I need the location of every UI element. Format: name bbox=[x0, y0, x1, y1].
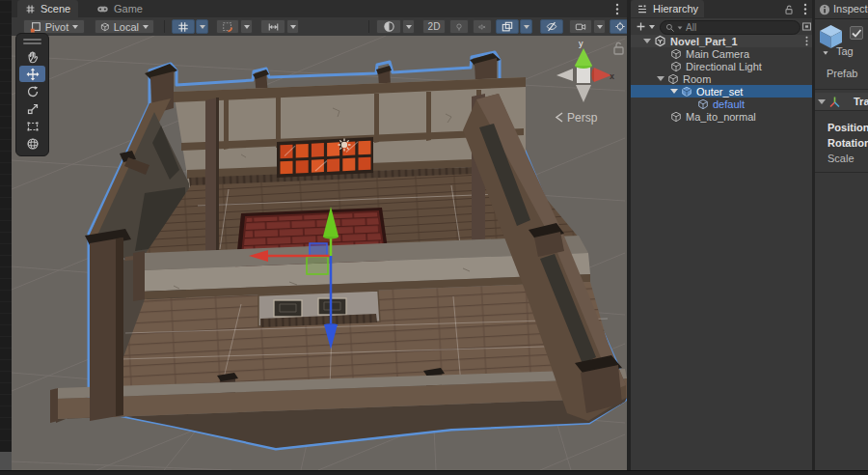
move-tool[interactable] bbox=[19, 66, 45, 82]
light-gizmo-icon[interactable] bbox=[339, 139, 351, 152]
camera-icon bbox=[575, 21, 586, 32]
transform-component-header[interactable]: Transform bbox=[815, 93, 868, 111]
item-label: Directional Light bbox=[686, 61, 762, 72]
search-filter-dropdown-icon[interactable] bbox=[678, 26, 683, 29]
hierarchy-search[interactable] bbox=[660, 20, 800, 35]
eye-hidden-icon bbox=[546, 20, 557, 33]
unity-scene-icon bbox=[654, 35, 666, 47]
handle-rotation-button[interactable]: Local bbox=[95, 19, 154, 34]
hierarchy-item-ma-ito-normal[interactable]: Ma_ito_normal bbox=[631, 110, 812, 123]
hierarchy-lock-icon[interactable] bbox=[783, 4, 795, 15]
scene-audio-button[interactable] bbox=[473, 19, 492, 34]
scene-visibility-button[interactable] bbox=[540, 19, 563, 34]
tab-game[interactable]: Game bbox=[89, 0, 150, 17]
shading-mode-button[interactable] bbox=[376, 19, 401, 34]
tab-scene-label: Scene bbox=[41, 3, 70, 14]
snap-increment-icon bbox=[267, 21, 280, 33]
gameobject-icon bbox=[670, 111, 682, 123]
tab-scene[interactable]: Scene bbox=[17, 0, 78, 17]
orientation-cube[interactable] bbox=[577, 67, 590, 83]
gizmo-crosshair-icon bbox=[615, 20, 625, 33]
scene-effects-dropdown[interactable] bbox=[520, 19, 532, 34]
local-cube-icon bbox=[100, 21, 110, 33]
hierarchy-item-outer-set[interactable]: Outer_set bbox=[631, 85, 812, 98]
search-input[interactable] bbox=[686, 21, 792, 34]
tab-hierarchy[interactable]: Hierarchy bbox=[631, 0, 704, 17]
prefab-icon bbox=[681, 86, 692, 98]
inspector-title: Inspector bbox=[833, 3, 868, 14]
info-icon bbox=[819, 4, 830, 15]
gizmo-y-label: y bbox=[579, 39, 583, 48]
snap-button[interactable] bbox=[216, 19, 239, 34]
shoji-window bbox=[277, 137, 373, 178]
pivot-label: Pivot bbox=[45, 21, 68, 33]
create-dropdown-icon[interactable] bbox=[649, 25, 655, 29]
grid-visibility-dropdown[interactable] bbox=[196, 19, 208, 34]
scene-effects-button[interactable] bbox=[496, 19, 519, 34]
toolbar-divider bbox=[164, 20, 165, 33]
local-dropdown-icon bbox=[143, 25, 149, 29]
snap-increment-button[interactable] bbox=[260, 19, 285, 34]
create-plus-icon[interactable] bbox=[636, 21, 646, 32]
hierarchy-icon bbox=[637, 4, 648, 14]
hierarchy-title: Hierarchy bbox=[653, 3, 698, 14]
item-label: default bbox=[713, 98, 745, 110]
snap-magnet-icon bbox=[222, 21, 233, 33]
scene-row-menu-icon[interactable] bbox=[804, 36, 809, 46]
overlay-drag-handle[interactable] bbox=[23, 39, 41, 41]
scene-camera-button[interactable] bbox=[569, 19, 592, 34]
view-hand-tool[interactable] bbox=[19, 48, 45, 65]
scene-toolbar: Pivot Local 2D bbox=[12, 17, 627, 37]
hierarchy-panel: Hierarchy Novel_Part_1 Main Camera bbox=[631, 0, 812, 470]
audio-muted-icon bbox=[478, 21, 486, 33]
hierarchy-item-main-camera[interactable]: Main Camera bbox=[631, 47, 812, 60]
scene-grid-icon bbox=[25, 4, 36, 14]
rotate-tool[interactable] bbox=[19, 83, 45, 99]
transform-foldout-icon[interactable] bbox=[818, 99, 826, 104]
scene-picker-icon[interactable] bbox=[801, 21, 812, 32]
search-icon bbox=[665, 23, 675, 33]
check-icon bbox=[851, 27, 862, 39]
foldout-icon[interactable] bbox=[657, 76, 665, 81]
grid-visibility-button[interactable] bbox=[172, 19, 195, 34]
lightbulb-icon bbox=[455, 21, 463, 33]
hierarchy-item-default[interactable]: default bbox=[631, 98, 812, 110]
gameobject-icon bbox=[670, 61, 682, 72]
prefab-label: Prefab bbox=[827, 68, 857, 79]
rect-tool[interactable] bbox=[19, 118, 45, 134]
inspector-divider-2 bbox=[815, 172, 868, 173]
scene-viewport[interactable]: y x Persp bbox=[12, 36, 627, 470]
move-icon bbox=[26, 68, 40, 81]
scene-panel-menu-icon[interactable] bbox=[614, 3, 620, 15]
scale-tool[interactable] bbox=[19, 100, 45, 117]
scene-panel-tabbar: Scene Game bbox=[12, 0, 627, 17]
scene-lighting-button[interactable] bbox=[449, 19, 469, 34]
gizmo-xz-plane-handle[interactable] bbox=[307, 257, 328, 274]
shaded-sphere-icon bbox=[383, 20, 395, 33]
prefab-thumb-dropdown-icon[interactable] bbox=[823, 51, 827, 54]
pivot-mode-button[interactable]: Pivot bbox=[23, 19, 85, 34]
2d-mode-button[interactable]: 2D bbox=[422, 19, 446, 34]
snap-dropdown[interactable] bbox=[240, 19, 253, 34]
snap-increment-dropdown[interactable] bbox=[286, 19, 299, 34]
hierarchy-item-directional-light[interactable]: Directional Light bbox=[631, 60, 812, 72]
scene-camera-dropdown[interactable] bbox=[593, 19, 606, 34]
hierarchy-item-room[interactable]: Room bbox=[631, 72, 812, 85]
transform-tool[interactable] bbox=[19, 135, 45, 152]
foldout-icon[interactable] bbox=[643, 39, 651, 43]
unity-editor-window: Scene Game Pivot Local bbox=[0, 0, 868, 475]
effects-stack-icon bbox=[502, 21, 513, 33]
active-checkbox[interactable] bbox=[850, 26, 863, 40]
foldout-icon[interactable] bbox=[670, 89, 678, 94]
rect-tool-icon bbox=[26, 120, 40, 133]
shading-mode-dropdown[interactable] bbox=[402, 19, 415, 34]
game-icon bbox=[96, 4, 109, 14]
scene-name: Novel_Part_1 bbox=[670, 36, 738, 47]
hierarchy-menu-icon[interactable] bbox=[802, 3, 808, 15]
hierarchy-toolbar bbox=[631, 18, 812, 36]
hierarchy-item-scene[interactable]: Novel_Part_1 bbox=[631, 35, 812, 47]
item-label: Outer_set bbox=[696, 86, 743, 98]
overlay-drag-handle-2[interactable] bbox=[23, 42, 41, 44]
status-bar bbox=[0, 470, 868, 475]
tools-overlay bbox=[15, 33, 49, 156]
